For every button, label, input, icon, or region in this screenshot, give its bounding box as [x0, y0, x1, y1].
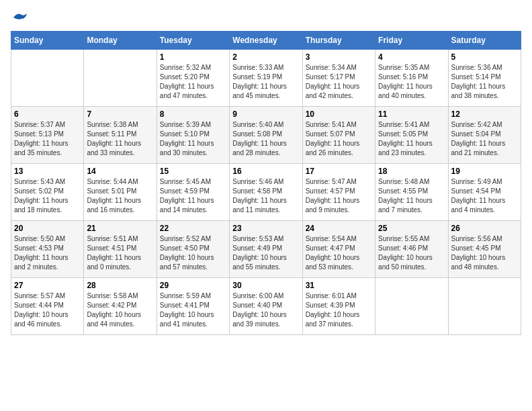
day-number: 27 — [14, 281, 81, 290]
calendar-cell: 18Sunrise: 5:48 AMSunset: 4:55 PMDayligh… — [375, 164, 448, 221]
calendar-cell: 31Sunrise: 6:01 AMSunset: 4:39 PMDayligh… — [302, 278, 375, 335]
day-number: 14 — [87, 167, 153, 176]
day-info: Sunrise: 6:00 AMSunset: 4:40 PMDaylight:… — [232, 291, 299, 329]
logo-bird-icon — [12, 11, 28, 23]
day-number: 3 — [306, 52, 372, 62]
calendar-cell: 26Sunrise: 5:56 AMSunset: 4:45 PMDayligh… — [448, 221, 521, 278]
calendar-cell: 14Sunrise: 5:44 AMSunset: 5:01 PMDayligh… — [84, 164, 157, 221]
calendar-cell: 8Sunrise: 5:39 AMSunset: 5:10 PMDaylight… — [157, 107, 229, 164]
day-number: 28 — [87, 281, 153, 290]
calendar-cell: 25Sunrise: 5:55 AMSunset: 4:46 PMDayligh… — [375, 221, 448, 278]
day-of-week-header: Wednesday — [230, 32, 302, 50]
day-info: Sunrise: 5:46 AMSunset: 4:58 PMDaylight:… — [232, 177, 299, 215]
day-info: Sunrise: 5:59 AMSunset: 4:41 PMDaylight:… — [160, 291, 226, 329]
calendar-cell: 22Sunrise: 5:52 AMSunset: 4:50 PMDayligh… — [157, 221, 229, 278]
day-info: Sunrise: 5:41 AMSunset: 5:07 PMDaylight:… — [306, 120, 372, 158]
calendar-cell: 15Sunrise: 5:45 AMSunset: 4:59 PMDayligh… — [157, 164, 229, 221]
logo — [11, 11, 28, 23]
day-info: Sunrise: 5:57 AMSunset: 4:44 PMDaylight:… — [14, 291, 81, 329]
day-info: Sunrise: 5:37 AMSunset: 5:13 PMDaylight:… — [14, 120, 81, 158]
day-info: Sunrise: 5:40 AMSunset: 5:08 PMDaylight:… — [232, 120, 299, 158]
day-number: 7 — [87, 109, 153, 119]
day-number: 9 — [232, 109, 299, 119]
day-info: Sunrise: 5:42 AMSunset: 5:04 PMDaylight:… — [451, 120, 518, 158]
calendar-cell: 7Sunrise: 5:38 AMSunset: 5:11 PMDaylight… — [84, 107, 157, 164]
day-info: Sunrise: 5:50 AMSunset: 4:53 PMDaylight:… — [14, 234, 81, 272]
calendar-cell: 2Sunrise: 5:33 AMSunset: 5:19 PMDaylight… — [230, 50, 302, 107]
calendar-cell: 24Sunrise: 5:54 AMSunset: 4:47 PMDayligh… — [302, 221, 375, 278]
calendar-cell: 29Sunrise: 5:59 AMSunset: 4:41 PMDayligh… — [157, 278, 229, 335]
day-info: Sunrise: 5:58 AMSunset: 4:42 PMDaylight:… — [87, 291, 153, 329]
day-of-week-header: Thursday — [302, 32, 375, 50]
day-number: 17 — [306, 167, 372, 176]
day-info: Sunrise: 5:32 AMSunset: 5:20 PMDaylight:… — [160, 63, 226, 101]
day-number: 23 — [232, 224, 299, 233]
calendar-week-row: 1Sunrise: 5:32 AMSunset: 5:20 PMDaylight… — [11, 50, 521, 107]
calendar-cell: 21Sunrise: 5:51 AMSunset: 4:51 PMDayligh… — [84, 221, 157, 278]
day-info: Sunrise: 5:49 AMSunset: 4:54 PMDaylight:… — [451, 177, 518, 215]
day-number: 25 — [378, 224, 445, 233]
calendar-cell: 23Sunrise: 5:53 AMSunset: 4:49 PMDayligh… — [230, 221, 302, 278]
calendar-cell: 6Sunrise: 5:37 AMSunset: 5:13 PMDaylight… — [11, 107, 84, 164]
day-info: Sunrise: 5:48 AMSunset: 4:55 PMDaylight:… — [378, 177, 445, 215]
day-number: 22 — [160, 224, 226, 233]
day-number: 15 — [160, 167, 226, 176]
calendar-cell: 3Sunrise: 5:34 AMSunset: 5:17 PMDaylight… — [302, 50, 375, 107]
calendar-cell: 4Sunrise: 5:35 AMSunset: 5:16 PMDaylight… — [375, 50, 448, 107]
day-number: 31 — [306, 281, 372, 290]
calendar-header-row: SundayMondayTuesdayWednesdayThursdayFrid… — [11, 32, 521, 50]
day-info: Sunrise: 6:01 AMSunset: 4:39 PMDaylight:… — [306, 291, 372, 329]
day-number: 21 — [87, 224, 153, 233]
day-info: Sunrise: 5:44 AMSunset: 5:01 PMDaylight:… — [87, 177, 153, 215]
calendar-cell: 27Sunrise: 5:57 AMSunset: 4:44 PMDayligh… — [11, 278, 84, 335]
day-number: 1 — [160, 52, 226, 62]
calendar-cell: 20Sunrise: 5:50 AMSunset: 4:53 PMDayligh… — [11, 221, 84, 278]
calendar-cell: 12Sunrise: 5:42 AMSunset: 5:04 PMDayligh… — [448, 107, 521, 164]
day-number: 16 — [232, 167, 299, 176]
day-info: Sunrise: 5:53 AMSunset: 4:49 PMDaylight:… — [232, 234, 299, 272]
day-info: Sunrise: 5:52 AMSunset: 4:50 PMDaylight:… — [160, 234, 226, 272]
day-number: 4 — [378, 52, 445, 62]
day-number: 18 — [378, 167, 445, 176]
day-number: 11 — [378, 109, 445, 119]
day-number: 13 — [14, 167, 81, 176]
day-number: 20 — [14, 224, 81, 233]
day-of-week-header: Saturday — [448, 32, 521, 50]
day-info: Sunrise: 5:45 AMSunset: 4:59 PMDaylight:… — [160, 177, 226, 215]
day-number: 5 — [451, 52, 518, 62]
calendar-cell: 5Sunrise: 5:36 AMSunset: 5:14 PMDaylight… — [448, 50, 521, 107]
day-info: Sunrise: 5:35 AMSunset: 5:16 PMDaylight:… — [378, 63, 445, 101]
day-of-week-header: Tuesday — [157, 32, 229, 50]
day-number: 24 — [306, 224, 372, 233]
day-info: Sunrise: 5:38 AMSunset: 5:11 PMDaylight:… — [87, 120, 153, 158]
day-number: 26 — [451, 224, 518, 233]
calendar-cell — [448, 278, 521, 335]
calendar-cell: 28Sunrise: 5:58 AMSunset: 4:42 PMDayligh… — [84, 278, 157, 335]
day-info: Sunrise: 5:39 AMSunset: 5:10 PMDaylight:… — [160, 120, 226, 158]
day-of-week-header: Sunday — [11, 32, 84, 50]
day-info: Sunrise: 5:33 AMSunset: 5:19 PMDaylight:… — [232, 63, 299, 101]
calendar-week-row: 13Sunrise: 5:43 AMSunset: 5:02 PMDayligh… — [11, 164, 521, 221]
calendar-cell — [375, 278, 448, 335]
calendar-week-row: 20Sunrise: 5:50 AMSunset: 4:53 PMDayligh… — [11, 221, 521, 278]
day-number: 6 — [14, 109, 81, 119]
day-info: Sunrise: 5:55 AMSunset: 4:46 PMDaylight:… — [378, 234, 445, 272]
day-info: Sunrise: 5:43 AMSunset: 5:02 PMDaylight:… — [14, 177, 81, 215]
calendar-cell: 13Sunrise: 5:43 AMSunset: 5:02 PMDayligh… — [11, 164, 84, 221]
day-info: Sunrise: 5:34 AMSunset: 5:17 PMDaylight:… — [306, 63, 372, 101]
day-of-week-header: Friday — [375, 32, 448, 50]
calendar-cell — [11, 50, 84, 107]
calendar-cell: 1Sunrise: 5:32 AMSunset: 5:20 PMDaylight… — [157, 50, 229, 107]
calendar-week-row: 6Sunrise: 5:37 AMSunset: 5:13 PMDaylight… — [11, 107, 521, 164]
calendar-table: SundayMondayTuesdayWednesdayThursdayFrid… — [11, 31, 521, 335]
day-info: Sunrise: 5:36 AMSunset: 5:14 PMDaylight:… — [451, 63, 518, 101]
day-number: 30 — [232, 281, 299, 290]
day-info: Sunrise: 5:41 AMSunset: 5:05 PMDaylight:… — [378, 120, 445, 158]
calendar-cell: 30Sunrise: 6:00 AMSunset: 4:40 PMDayligh… — [230, 278, 302, 335]
day-info: Sunrise: 5:47 AMSunset: 4:57 PMDaylight:… — [306, 177, 372, 215]
day-of-week-header: Monday — [84, 32, 157, 50]
day-number: 2 — [232, 52, 299, 62]
calendar-week-row: 27Sunrise: 5:57 AMSunset: 4:44 PMDayligh… — [11, 278, 521, 335]
calendar-cell: 11Sunrise: 5:41 AMSunset: 5:05 PMDayligh… — [375, 107, 448, 164]
day-number: 19 — [451, 167, 518, 176]
